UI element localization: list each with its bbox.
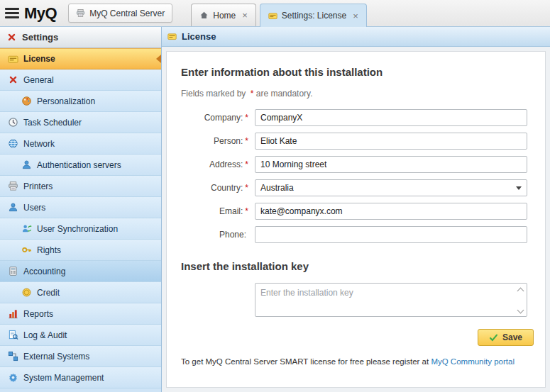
tab-home[interactable]: Home × (191, 4, 256, 26)
auth-user-icon (21, 159, 32, 170)
topbar: MyQ MyQ Central Server Home × (0, 0, 550, 27)
tab-label: Settings: License (282, 11, 346, 21)
settings-sidebar: Settings License General (0, 27, 162, 392)
calculator-icon (8, 266, 18, 276)
installation-key-area (255, 283, 527, 320)
form-row-company: Company:* (178, 109, 534, 126)
sidebar-item-reports[interactable]: Reports (0, 303, 161, 325)
sidebar-item-license[interactable]: License (0, 48, 161, 69)
phone-label: Phone: (178, 230, 255, 240)
installation-section-title: Enter information about this installatio… (181, 66, 534, 78)
sidebar-item-label: Credit (37, 288, 60, 298)
sidebar-item-label: Reports (23, 309, 53, 319)
coin-icon (21, 287, 32, 298)
external-systems-icon (8, 351, 18, 362)
sidebar-item-personalization[interactable]: Personalization (0, 91, 161, 112)
form-row-person: Person:* (178, 133, 534, 150)
sidebar-item-label: System Management (23, 373, 104, 383)
form-row-phone: Phone: (178, 226, 534, 243)
printer-icon (8, 181, 18, 191)
country-selected-value: Australia (260, 183, 294, 193)
sidebar-item-system-management[interactable]: System Management (0, 367, 161, 388)
main-area: License Enter information about this ins… (162, 27, 550, 392)
tools-icon (6, 32, 17, 43)
form-row-country: Country:* Australia (178, 179, 534, 196)
user-sync-icon (21, 223, 32, 234)
sidebar-item-label: Personalization (37, 96, 95, 106)
license-panel: Enter information about this installatio… (166, 51, 546, 388)
sidebar-item-authentication-servers[interactable]: Authentication servers (0, 155, 161, 176)
person-input[interactable] (255, 133, 527, 150)
license-form: Company:* Person:* Address:* Cou (178, 109, 534, 243)
sidebar-item-label: Log & Audit (23, 330, 67, 340)
myq-central-server-window: MyQ MyQ Central Server Home × (0, 0, 550, 392)
sidebar-item-label: Rights (37, 245, 61, 255)
form-row-email: Email:* (178, 203, 534, 220)
sidebar-item-external-systems[interactable]: External Systems (0, 346, 161, 367)
installation-key-input[interactable] (255, 283, 527, 317)
key-icon (21, 245, 32, 255)
myq-logo: MyQ (24, 4, 57, 23)
sidebar-item-label: Printers (23, 181, 53, 191)
save-row: Save (178, 329, 534, 346)
sidebar-item-users[interactable]: Users (0, 197, 161, 218)
page-title-bar: License (162, 27, 550, 47)
license-icon (8, 54, 18, 65)
hamburger-menu-icon[interactable] (5, 8, 19, 18)
mandatory-note: Fields marked by * are mandatory. (181, 89, 534, 99)
home-icon (199, 11, 209, 20)
sidebar-item-label: External Systems (23, 352, 89, 362)
log-audit-icon (8, 330, 18, 340)
country-select[interactable]: Australia (255, 179, 527, 196)
sidebar-item-label: General (23, 75, 54, 85)
tools-icon (8, 74, 18, 85)
server-selector-button[interactable]: MyQ Central Server (68, 4, 172, 23)
close-icon[interactable]: × (353, 11, 358, 21)
company-label: Company:* (178, 113, 255, 123)
email-input[interactable] (255, 203, 527, 220)
myq-community-portal-link[interactable]: MyQ Community portal (431, 357, 515, 366)
sidebar-item-credit[interactable]: Credit (0, 282, 161, 303)
check-icon (489, 333, 498, 342)
server-printer-icon (76, 9, 85, 18)
close-icon[interactable]: × (242, 11, 248, 20)
sidebar-item-label: Network (23, 139, 55, 149)
content-area: Enter information about this installatio… (162, 47, 550, 392)
person-label: Person:* (178, 136, 255, 146)
chevron-down-icon (516, 186, 522, 193)
bar-chart-icon (8, 308, 18, 319)
phone-input[interactable] (255, 226, 527, 243)
sidebar-item-rights[interactable]: Rights (0, 240, 161, 261)
sidebar-item-label: Accounting (23, 267, 65, 276)
clock-icon (8, 117, 18, 128)
address-label: Address:* (178, 159, 255, 169)
globe-icon (8, 138, 18, 149)
register-note: To get MyQ Central Server SMART license … (181, 357, 534, 366)
palette-icon (21, 96, 32, 106)
sidebar-item-label: User Synchronization (37, 224, 118, 234)
sidebar-item-printers[interactable]: Printers (0, 176, 161, 197)
sidebar-item-general[interactable]: General (0, 69, 161, 91)
gear-icon (8, 372, 18, 383)
sidebar-item-task-scheduler[interactable]: Task Scheduler (0, 112, 161, 133)
sidebar-item-user-synchronization[interactable]: User Synchronization (0, 218, 161, 240)
tab-label: Home (213, 11, 236, 21)
save-button[interactable]: Save (478, 329, 534, 346)
license-icon (268, 11, 277, 21)
sidebar-item-label: Authentication servers (37, 160, 121, 170)
sidebar-item-label: Task Scheduler (23, 118, 82, 128)
page-title: License (182, 31, 216, 42)
email-label: Email:* (178, 206, 255, 216)
tab-settings-license[interactable]: Settings: License × (260, 4, 367, 27)
sidebar-item-network[interactable]: Network (0, 133, 161, 155)
sidebar-item-label: Users (23, 203, 45, 213)
sidebar-item-accounting[interactable]: Accounting (0, 261, 161, 282)
installation-key-section-title: Insert the installation key (181, 260, 534, 272)
company-input[interactable] (255, 109, 527, 126)
server-name: MyQ Central Server (89, 9, 165, 18)
user-icon (8, 202, 18, 213)
sidebar-item-log-audit[interactable]: Log & Audit (0, 325, 161, 346)
country-label: Country:* (178, 183, 255, 193)
address-input[interactable] (255, 156, 527, 173)
form-row-address: Address:* (178, 156, 534, 173)
